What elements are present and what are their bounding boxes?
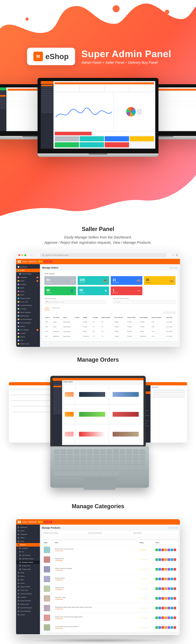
sidebar-item[interactable]: Product Order (16, 568, 40, 571)
action-btn[interactable]: ▪ (167, 558, 170, 561)
sidebar-item[interactable]: Brand (16, 540, 40, 543)
sidebar-item[interactable]: Product FAQ (16, 564, 40, 568)
filter-seller-select[interactable] (133, 534, 176, 537)
product-row[interactable]: Nike Nike Renewby eShop Store ☆☆☆☆☆(0) ▪… (42, 574, 178, 584)
add-icon[interactable]: + (172, 254, 174, 256)
sidebar-item[interactable]: Send Notification (16, 610, 40, 613)
sidebar-item[interactable]: Delivery Boys (16, 314, 40, 318)
sidebar-item[interactable]: Support Tickets (16, 585, 40, 588)
product-row[interactable]: Fresh Cashews Nuts Pure Nuts assortedby … (42, 623, 178, 632)
action-btn[interactable]: ▪ (164, 597, 167, 600)
action-btn[interactable]: ▪ (158, 548, 161, 551)
sidebar-item[interactable]: System (16, 613, 40, 616)
sidebar-item[interactable]: Sellers (16, 536, 40, 540)
sidebar-item[interactable]: Offers (16, 578, 40, 582)
action-btn[interactable]: ▪ (155, 607, 158, 609)
sidebar-item[interactable]: System Users (16, 342, 40, 346)
action-btn[interactable]: ▪ (167, 597, 170, 600)
stat-tile[interactable]: 94Pending⏲ (44, 276, 76, 285)
action-btn[interactable]: ▪ (173, 558, 176, 561)
filter-category-select[interactable] (44, 534, 87, 537)
action-btn[interactable]: ▪ (167, 626, 170, 629)
action-btn[interactable]: ▪ (161, 578, 164, 580)
sidebar-item[interactable]: Send Notification (16, 321, 40, 324)
forward-icon[interactable]: › (33, 254, 34, 256)
action-btn[interactable]: ▪ (158, 597, 161, 600)
sidebar-item[interactable]: Products (16, 283, 40, 286)
stat-tile[interactable]: 21Processed🚚 (111, 276, 142, 285)
action-btn[interactable]: ▪ (170, 578, 173, 580)
action-btn[interactable]: ▪ (170, 616, 173, 619)
sidebar-item[interactable]: Return Requests (16, 311, 40, 314)
sidebar-item[interactable]: Location (16, 332, 40, 335)
stat-tile[interactable]: 58Delivered👤 (44, 286, 76, 295)
action-btn[interactable]: ▪ (155, 588, 158, 590)
tabs-icon[interactable]: ⧉ (176, 254, 178, 256)
sidebar-item[interactable]: Reports (16, 335, 40, 338)
sidebar-item[interactable]: Web Settings6 (16, 328, 40, 332)
tab-orders[interactable]: Orders (44, 306, 50, 310)
table-row[interactable]: 3517BlacksmithSuper Market₹ 69248.95₹ 0₹… (44, 334, 175, 339)
sidebar-item[interactable]: Stories (16, 582, 40, 585)
sidebar-item[interactable]: Support Tickets (16, 297, 40, 300)
action-btn[interactable]: ▪ (161, 568, 164, 570)
stat-tile[interactable]: 35Shipped📦 (144, 276, 176, 285)
sidebar-item[interactable]: Tax (16, 550, 40, 554)
sidebar-item[interactable]: Manage Products (16, 560, 40, 564)
action-btn[interactable]: ▪ (155, 616, 158, 619)
tool-btn[interactable] (166, 312, 169, 314)
action-btn[interactable]: ▪ (161, 548, 164, 551)
sidebar-item[interactable]: Featured Sections (16, 592, 40, 596)
back-icon[interactable]: ‹ (31, 254, 32, 256)
product-row[interactable]: Printed, Checkered Crepewegby eShop Stor… (42, 564, 178, 574)
action-btn[interactable]: ▪ (161, 588, 164, 590)
sidebar-item[interactable]: Media (16, 571, 40, 574)
filter-status-input[interactable]: All Orders (113, 300, 175, 304)
action-btn[interactable]: ▪ (167, 616, 170, 619)
action-btn[interactable]: ▪ (170, 548, 173, 551)
sidebar-item[interactable]: Orders (16, 269, 40, 272)
sidebar-item[interactable]: Promo code (16, 300, 40, 304)
action-btn[interactable]: ▪ (170, 558, 173, 561)
url-bar[interactable]: 🔍Search or enter website name (40, 253, 166, 257)
sidebar-item[interactable]: Dashboard (16, 526, 40, 529)
sidebar-item[interactable]: Add Products (16, 554, 40, 557)
sidebar-item[interactable]: Delivery Boys (16, 602, 40, 606)
action-btn[interactable]: ▪ (167, 568, 170, 570)
action-btn[interactable]: ▪ (158, 588, 161, 590)
action-btn[interactable]: ▪ (164, 568, 167, 570)
sidebar-item[interactable]: Payment Request (16, 606, 40, 610)
action-btn[interactable]: ▪ (170, 568, 173, 570)
filter-range-input[interactable]: 📅 Select Date Range For Order (44, 300, 107, 304)
action-btn[interactable]: ▪ (161, 597, 164, 600)
sidebar-item[interactable]: Sellers4 (16, 279, 40, 283)
sidebar-item[interactable]: Sliders (16, 574, 40, 578)
action-btn[interactable]: ▪ (155, 548, 158, 551)
tab-order-items[interactable]: Order Items (52, 306, 60, 310)
action-btn[interactable]: ▪ (161, 626, 164, 629)
action-btn[interactable]: ▪ (164, 578, 167, 580)
action-btn[interactable]: ▪ (173, 597, 176, 600)
sidebar-item[interactable]: Orders (16, 529, 40, 532)
action-btn[interactable]: ▪ (158, 626, 161, 629)
action-btn[interactable]: ▪ (158, 558, 161, 561)
action-btn[interactable]: ▪ (170, 588, 173, 590)
action-btn[interactable]: ▪ (155, 578, 158, 580)
action-btn[interactable]: ▪ (164, 558, 167, 561)
sidebar-item[interactable]: Categories9 (16, 276, 40, 279)
table-row[interactable]: 3518BlacksmithSuper Market₹ 4530₹ 0₹ 0₹ … (44, 329, 175, 334)
action-btn[interactable]: ▪ (167, 548, 170, 551)
action-btn[interactable]: ▪ (158, 578, 161, 580)
action-btn[interactable]: ▪ (164, 616, 167, 619)
action-btn[interactable]: ▪ (173, 607, 176, 609)
sidebar-item[interactable]: System (16, 324, 40, 328)
sidebar-item[interactable]: Promo code (16, 588, 40, 592)
tool-btn[interactable] (173, 312, 175, 314)
table-row[interactable]: 3519adminSuper Market₹ 50000₹ 0₹ 0₹ 0(0%… (44, 324, 175, 329)
action-btn[interactable]: ▪ (164, 626, 167, 629)
product-row[interactable]: Mysmartmatch Egiha Energy Saving Switch … (42, 603, 178, 613)
sidebar-item[interactable]: Products (16, 543, 40, 546)
action-btn[interactable]: ▪ (161, 616, 164, 619)
stat-tile[interactable]: 1Returned↩ (111, 286, 142, 295)
action-btn[interactable]: ▪ (170, 626, 173, 629)
